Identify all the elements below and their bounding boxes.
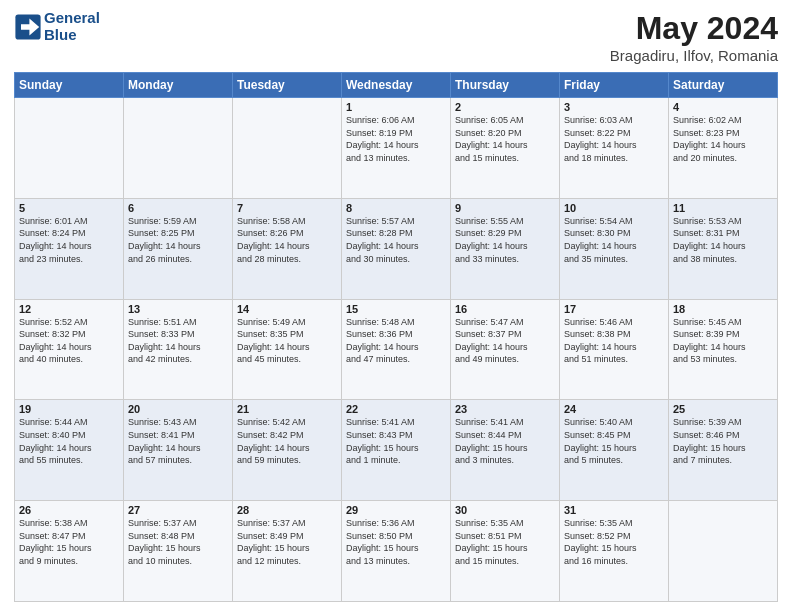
title-block: May 2024 Bragadiru, Ilfov, Romania (610, 10, 778, 64)
calendar-cell: 14Sunrise: 5:49 AM Sunset: 8:35 PM Dayli… (233, 299, 342, 400)
calendar-cell: 27Sunrise: 5:37 AM Sunset: 8:48 PM Dayli… (124, 501, 233, 602)
header: General Blue May 2024 Bragadiru, Ilfov, … (14, 10, 778, 64)
day-info: Sunrise: 6:02 AM Sunset: 8:23 PM Dayligh… (673, 114, 773, 164)
day-of-week-header: Wednesday (342, 73, 451, 98)
day-info: Sunrise: 5:37 AM Sunset: 8:49 PM Dayligh… (237, 517, 337, 567)
calendar-week-row: 19Sunrise: 5:44 AM Sunset: 8:40 PM Dayli… (15, 400, 778, 501)
calendar-cell: 3Sunrise: 6:03 AM Sunset: 8:22 PM Daylig… (560, 98, 669, 199)
day-number: 7 (237, 202, 337, 214)
day-of-week-header: Saturday (669, 73, 778, 98)
day-number: 29 (346, 504, 446, 516)
day-number: 9 (455, 202, 555, 214)
day-info: Sunrise: 5:36 AM Sunset: 8:50 PM Dayligh… (346, 517, 446, 567)
day-info: Sunrise: 5:35 AM Sunset: 8:51 PM Dayligh… (455, 517, 555, 567)
day-info: Sunrise: 6:03 AM Sunset: 8:22 PM Dayligh… (564, 114, 664, 164)
day-info: Sunrise: 5:52 AM Sunset: 8:32 PM Dayligh… (19, 316, 119, 366)
day-info: Sunrise: 5:58 AM Sunset: 8:26 PM Dayligh… (237, 215, 337, 265)
day-number: 26 (19, 504, 119, 516)
calendar-cell: 15Sunrise: 5:48 AM Sunset: 8:36 PM Dayli… (342, 299, 451, 400)
calendar-cell: 29Sunrise: 5:36 AM Sunset: 8:50 PM Dayli… (342, 501, 451, 602)
calendar-header-row: SundayMondayTuesdayWednesdayThursdayFrid… (15, 73, 778, 98)
day-number: 25 (673, 403, 773, 415)
day-number: 22 (346, 403, 446, 415)
calendar-cell: 21Sunrise: 5:42 AM Sunset: 8:42 PM Dayli… (233, 400, 342, 501)
calendar-cell: 20Sunrise: 5:43 AM Sunset: 8:41 PM Dayli… (124, 400, 233, 501)
day-number: 12 (19, 303, 119, 315)
calendar-cell (233, 98, 342, 199)
day-number: 11 (673, 202, 773, 214)
day-info: Sunrise: 5:39 AM Sunset: 8:46 PM Dayligh… (673, 416, 773, 466)
day-number: 31 (564, 504, 664, 516)
calendar-cell: 28Sunrise: 5:37 AM Sunset: 8:49 PM Dayli… (233, 501, 342, 602)
calendar-cell: 25Sunrise: 5:39 AM Sunset: 8:46 PM Dayli… (669, 400, 778, 501)
calendar-cell: 10Sunrise: 5:54 AM Sunset: 8:30 PM Dayli… (560, 198, 669, 299)
day-info: Sunrise: 5:47 AM Sunset: 8:37 PM Dayligh… (455, 316, 555, 366)
day-info: Sunrise: 5:37 AM Sunset: 8:48 PM Dayligh… (128, 517, 228, 567)
day-number: 5 (19, 202, 119, 214)
calendar-cell: 30Sunrise: 5:35 AM Sunset: 8:51 PM Dayli… (451, 501, 560, 602)
day-number: 19 (19, 403, 119, 415)
calendar-cell: 17Sunrise: 5:46 AM Sunset: 8:38 PM Dayli… (560, 299, 669, 400)
logo: General Blue (14, 10, 100, 43)
calendar-week-row: 26Sunrise: 5:38 AM Sunset: 8:47 PM Dayli… (15, 501, 778, 602)
day-info: Sunrise: 5:42 AM Sunset: 8:42 PM Dayligh… (237, 416, 337, 466)
day-info: Sunrise: 5:48 AM Sunset: 8:36 PM Dayligh… (346, 316, 446, 366)
day-info: Sunrise: 5:45 AM Sunset: 8:39 PM Dayligh… (673, 316, 773, 366)
calendar-cell: 6Sunrise: 5:59 AM Sunset: 8:25 PM Daylig… (124, 198, 233, 299)
calendar-week-row: 12Sunrise: 5:52 AM Sunset: 8:32 PM Dayli… (15, 299, 778, 400)
day-number: 18 (673, 303, 773, 315)
page: General Blue May 2024 Bragadiru, Ilfov, … (0, 0, 792, 612)
day-info: Sunrise: 5:38 AM Sunset: 8:47 PM Dayligh… (19, 517, 119, 567)
calendar-cell: 24Sunrise: 5:40 AM Sunset: 8:45 PM Dayli… (560, 400, 669, 501)
calendar-cell: 11Sunrise: 5:53 AM Sunset: 8:31 PM Dayli… (669, 198, 778, 299)
day-number: 3 (564, 101, 664, 113)
calendar-cell: 12Sunrise: 5:52 AM Sunset: 8:32 PM Dayli… (15, 299, 124, 400)
calendar-cell (124, 98, 233, 199)
month-title: May 2024 (610, 10, 778, 47)
day-number: 10 (564, 202, 664, 214)
logo-icon (14, 13, 42, 41)
calendar-cell (669, 501, 778, 602)
day-info: Sunrise: 6:05 AM Sunset: 8:20 PM Dayligh… (455, 114, 555, 164)
day-number: 20 (128, 403, 228, 415)
day-number: 13 (128, 303, 228, 315)
day-of-week-header: Sunday (15, 73, 124, 98)
calendar-week-row: 1Sunrise: 6:06 AM Sunset: 8:19 PM Daylig… (15, 98, 778, 199)
day-of-week-header: Monday (124, 73, 233, 98)
calendar-cell: 9Sunrise: 5:55 AM Sunset: 8:29 PM Daylig… (451, 198, 560, 299)
day-info: Sunrise: 5:43 AM Sunset: 8:41 PM Dayligh… (128, 416, 228, 466)
day-number: 16 (455, 303, 555, 315)
day-of-week-header: Friday (560, 73, 669, 98)
day-info: Sunrise: 6:06 AM Sunset: 8:19 PM Dayligh… (346, 114, 446, 164)
day-info: Sunrise: 5:41 AM Sunset: 8:44 PM Dayligh… (455, 416, 555, 466)
day-info: Sunrise: 5:40 AM Sunset: 8:45 PM Dayligh… (564, 416, 664, 466)
calendar-cell: 16Sunrise: 5:47 AM Sunset: 8:37 PM Dayli… (451, 299, 560, 400)
day-info: Sunrise: 5:46 AM Sunset: 8:38 PM Dayligh… (564, 316, 664, 366)
day-info: Sunrise: 5:59 AM Sunset: 8:25 PM Dayligh… (128, 215, 228, 265)
calendar-cell: 7Sunrise: 5:58 AM Sunset: 8:26 PM Daylig… (233, 198, 342, 299)
day-info: Sunrise: 5:51 AM Sunset: 8:33 PM Dayligh… (128, 316, 228, 366)
day-number: 2 (455, 101, 555, 113)
calendar-cell: 13Sunrise: 5:51 AM Sunset: 8:33 PM Dayli… (124, 299, 233, 400)
calendar-cell (15, 98, 124, 199)
calendar-week-row: 5Sunrise: 6:01 AM Sunset: 8:24 PM Daylig… (15, 198, 778, 299)
day-number: 14 (237, 303, 337, 315)
calendar-cell: 18Sunrise: 5:45 AM Sunset: 8:39 PM Dayli… (669, 299, 778, 400)
day-info: Sunrise: 5:55 AM Sunset: 8:29 PM Dayligh… (455, 215, 555, 265)
day-number: 1 (346, 101, 446, 113)
day-number: 27 (128, 504, 228, 516)
day-info: Sunrise: 5:49 AM Sunset: 8:35 PM Dayligh… (237, 316, 337, 366)
day-info: Sunrise: 5:44 AM Sunset: 8:40 PM Dayligh… (19, 416, 119, 466)
day-info: Sunrise: 5:54 AM Sunset: 8:30 PM Dayligh… (564, 215, 664, 265)
day-info: Sunrise: 5:41 AM Sunset: 8:43 PM Dayligh… (346, 416, 446, 466)
calendar: SundayMondayTuesdayWednesdayThursdayFrid… (14, 72, 778, 602)
day-info: Sunrise: 5:35 AM Sunset: 8:52 PM Dayligh… (564, 517, 664, 567)
day-number: 6 (128, 202, 228, 214)
day-info: Sunrise: 6:01 AM Sunset: 8:24 PM Dayligh… (19, 215, 119, 265)
day-number: 23 (455, 403, 555, 415)
calendar-cell: 2Sunrise: 6:05 AM Sunset: 8:20 PM Daylig… (451, 98, 560, 199)
day-number: 4 (673, 101, 773, 113)
day-number: 21 (237, 403, 337, 415)
calendar-cell: 5Sunrise: 6:01 AM Sunset: 8:24 PM Daylig… (15, 198, 124, 299)
logo-text: General Blue (44, 10, 100, 43)
